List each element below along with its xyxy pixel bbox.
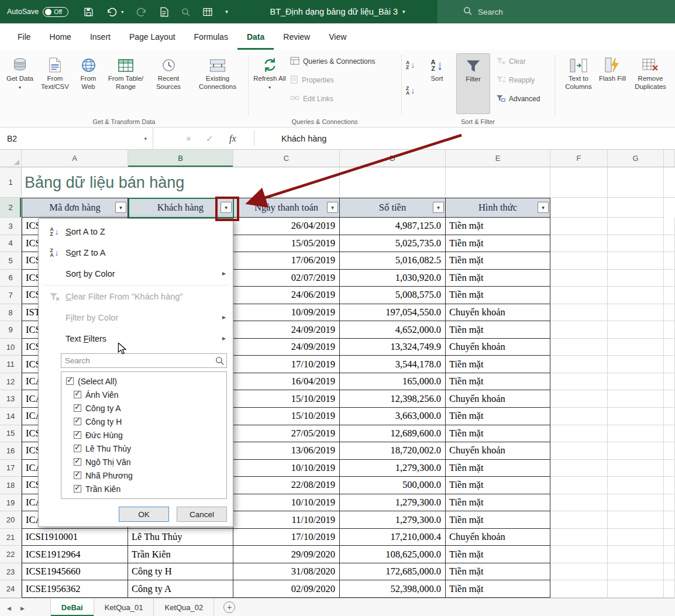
cell[interactable] bbox=[608, 546, 664, 563]
sort-button[interactable]: Sort bbox=[423, 53, 450, 114]
cell[interactable] bbox=[550, 477, 608, 494]
sheet-title-cell[interactable]: Bảng dữ liệu bán hàng bbox=[22, 167, 340, 198]
text-to-columns-button[interactable]: Text to Columns bbox=[559, 53, 598, 114]
cell[interactable] bbox=[550, 339, 608, 356]
cell-so-tien[interactable]: 12,398,256.0 bbox=[340, 390, 446, 408]
sheet-tab[interactable]: KetQua_02 bbox=[154, 598, 214, 616]
row-header[interactable]: 15 bbox=[0, 425, 22, 443]
cell-so-tien[interactable]: 1,279,300.0 bbox=[340, 460, 446, 477]
column-header-d[interactable]: D bbox=[340, 150, 446, 167]
ribbon-tab[interactable]: Insert bbox=[81, 23, 120, 50]
cell[interactable] bbox=[550, 356, 608, 373]
row-header-1[interactable]: 1 bbox=[0, 167, 22, 198]
filter-checklist-item[interactable]: Công ty A bbox=[61, 401, 226, 415]
row-header[interactable]: 16 bbox=[0, 442, 22, 460]
cell[interactable] bbox=[608, 198, 664, 218]
row-header[interactable]: 24 bbox=[0, 580, 22, 598]
cell[interactable] bbox=[550, 270, 608, 287]
row-header[interactable]: 4 bbox=[0, 235, 22, 253]
cell[interactable] bbox=[608, 494, 664, 512]
existing-connections-button[interactable]: Existing Connections bbox=[191, 53, 244, 114]
row-header[interactable]: 3 bbox=[0, 218, 22, 235]
cell-ngay-thanh-toan[interactable]: 17/06/2019 bbox=[233, 252, 340, 270]
filter-button[interactable]: Filter bbox=[456, 53, 490, 114]
ribbon-tab[interactable]: Formulas bbox=[185, 23, 237, 50]
cell[interactable] bbox=[608, 460, 664, 477]
cell[interactable] bbox=[550, 167, 608, 198]
cell-so-tien[interactable]: 4,987,125.0 bbox=[340, 218, 446, 235]
checkbox-checked-icon[interactable] bbox=[74, 391, 81, 398]
cell-hinh-thuc[interactable]: Tiền mặt bbox=[446, 270, 550, 287]
cell-hinh-thuc[interactable]: Tiền mặt bbox=[446, 321, 550, 339]
filter-dropdown-button[interactable] bbox=[327, 202, 338, 213]
cell[interactable] bbox=[608, 425, 664, 443]
queries-connections-button[interactable]: Queries & Connections bbox=[290, 53, 375, 70]
row-header[interactable]: 21 bbox=[0, 529, 22, 546]
ribbon-tab[interactable]: Data bbox=[237, 23, 274, 50]
cell[interactable] bbox=[608, 270, 664, 287]
from-text-csv-button[interactable]: From Text/CSV bbox=[37, 53, 73, 114]
sheet-tab[interactable]: DeBai bbox=[50, 598, 94, 616]
cell-ma-don-hang[interactable]: ICSE1912964 bbox=[22, 546, 128, 563]
filter-checklist-item[interactable]: Đức Hùng bbox=[61, 428, 226, 442]
cell-so-tien[interactable]: 500,000.0 bbox=[340, 477, 446, 494]
row-header[interactable]: 20 bbox=[0, 511, 22, 529]
cell-hinh-thuc[interactable]: Tiền mặt bbox=[446, 287, 550, 304]
cell-ngay-thanh-toan[interactable]: 24/06/2019 bbox=[233, 287, 340, 304]
cell-so-tien[interactable]: 13,324,749.9 bbox=[340, 339, 446, 356]
cell-so-tien[interactable]: 3,663,000.0 bbox=[340, 408, 446, 425]
save-icon[interactable] bbox=[84, 7, 94, 17]
cell[interactable] bbox=[608, 339, 664, 356]
cell[interactable] bbox=[550, 252, 608, 270]
ribbon-tab[interactable]: Page Layout bbox=[120, 23, 185, 50]
insert-function-icon[interactable]: fx bbox=[229, 128, 236, 149]
cell-hinh-thuc[interactable]: Chuyển khoản bbox=[446, 529, 550, 546]
cell-ma-don-hang[interactable]: ICSI1910001 bbox=[22, 529, 128, 546]
cell[interactable] bbox=[608, 511, 664, 529]
cell-ngay-thanh-toan[interactable]: 29/09/2020 bbox=[233, 546, 340, 563]
cell-ngay-thanh-toan[interactable]: 17/10/2019 bbox=[233, 356, 340, 373]
name-box[interactable]: B2 ▾ bbox=[0, 128, 153, 149]
cell-ngay-thanh-toan[interactable]: 02/09/2020 bbox=[233, 580, 340, 598]
cell[interactable] bbox=[608, 408, 664, 425]
filter-dropdown-button[interactable] bbox=[538, 202, 549, 213]
cell-so-tien[interactable]: 12,689,600.0 bbox=[340, 425, 446, 443]
row-header[interactable]: 10 bbox=[0, 339, 22, 356]
cell[interactable] bbox=[608, 304, 664, 322]
cell-ngay-thanh-toan[interactable]: 24/09/2019 bbox=[233, 339, 340, 356]
cell-ngay-thanh-toan[interactable]: 26/04/2019 bbox=[233, 218, 340, 235]
cell[interactable] bbox=[550, 235, 608, 253]
from-table-range-button[interactable]: From Table/ Range bbox=[104, 53, 147, 114]
cell-ngay-thanh-toan[interactable]: 17/10/2019 bbox=[233, 529, 340, 546]
recent-sources-button[interactable]: Recent Sources bbox=[149, 53, 188, 114]
cell[interactable] bbox=[550, 529, 608, 546]
filter-checklist-item[interactable]: Ánh Viên bbox=[61, 388, 226, 401]
menu-item-text-filters[interactable]: Text Filters bbox=[39, 328, 233, 349]
checkbox-checked-icon[interactable] bbox=[74, 472, 81, 479]
header-cell-ngay-thanh-toan[interactable]: Ngày thanh toán bbox=[233, 198, 340, 218]
cell-so-tien[interactable]: 5,016,082.5 bbox=[340, 252, 446, 270]
row-header[interactable]: 23 bbox=[0, 563, 22, 581]
cell-ngay-thanh-toan[interactable]: 13/06/2019 bbox=[233, 442, 340, 460]
cell-ma-don-hang[interactable]: ICSE1956362 bbox=[22, 580, 128, 598]
cell[interactable] bbox=[550, 442, 608, 460]
column-header-e[interactable]: E bbox=[446, 150, 550, 167]
next-sheet-icon[interactable] bbox=[20, 603, 25, 612]
cell[interactable] bbox=[608, 477, 664, 494]
from-web-button[interactable]: From Web bbox=[74, 53, 103, 114]
cell-so-tien[interactable]: 5,008,575.0 bbox=[340, 287, 446, 304]
cell-so-tien[interactable]: 1,279,300.0 bbox=[340, 494, 446, 512]
cell-hinh-thuc[interactable]: Tiền mặt bbox=[446, 356, 550, 373]
menu-item-sort-z-to-a[interactable]: Sort Z to A bbox=[39, 242, 233, 263]
checkbox-checked-icon[interactable] bbox=[74, 404, 81, 412]
cell-khach-hang[interactable]: Trần Kiên bbox=[128, 546, 233, 563]
name-box-dropdown-icon[interactable]: ▾ bbox=[144, 136, 147, 142]
cell[interactable] bbox=[550, 198, 608, 218]
search-icon[interactable] bbox=[215, 356, 224, 367]
ribbon-tab[interactable]: Home bbox=[40, 23, 81, 50]
cell[interactable] bbox=[608, 218, 664, 235]
filter-checklist-item[interactable]: Ngô Thị Vân bbox=[61, 455, 226, 469]
cell-so-tien[interactable]: 4,652,000.0 bbox=[340, 321, 446, 339]
column-header-g[interactable]: G bbox=[608, 150, 664, 167]
cell[interactable] bbox=[608, 563, 664, 581]
